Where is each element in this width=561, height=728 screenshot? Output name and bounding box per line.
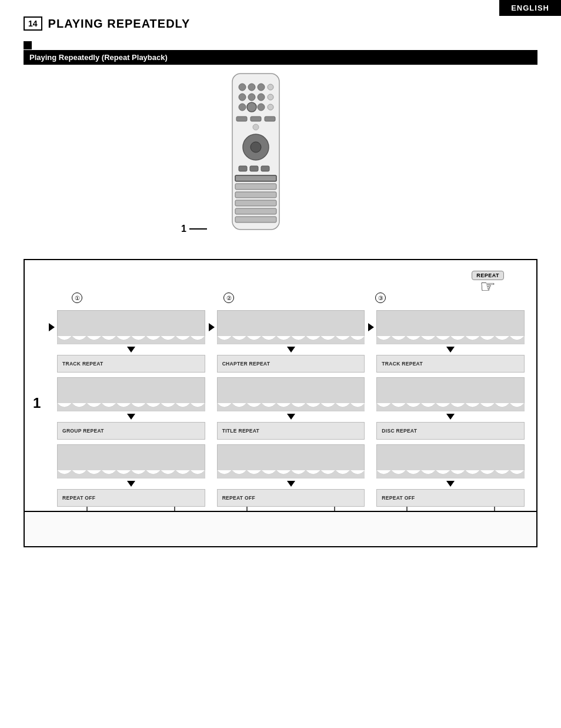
svg-point-5 <box>239 94 246 101</box>
col2-wave3 <box>217 444 365 478</box>
svg-point-8 <box>268 94 273 100</box>
svg-rect-19 <box>239 166 247 171</box>
col2-chapter-repeat: CHAPTER REPEAT <box>217 355 365 373</box>
repeat-button-area: REPEAT ☞ <box>472 271 504 295</box>
svg-point-7 <box>258 94 265 101</box>
columns-container: TRACK REPEAT GROUP REPEAT <box>57 310 525 528</box>
col2-repeat-off: REPEAT OFF <box>217 489 365 507</box>
diagram-notes-area <box>25 511 536 546</box>
svg-point-1 <box>239 84 246 91</box>
col2-title-repeat: TITLE REPEAT <box>217 422 365 440</box>
svg-rect-25 <box>235 200 276 206</box>
col2-wave1 <box>217 310 365 344</box>
page-header: 14 PLAYING REPEATEDLY <box>24 16 190 31</box>
col2-arrow-3 <box>287 481 295 487</box>
svg-rect-21 <box>261 166 269 171</box>
remote-leader-line <box>189 228 207 230</box>
remote-step-label: 1 <box>181 224 186 234</box>
col3-disc-repeat: DISC REPEAT <box>376 422 525 440</box>
page-number: 14 <box>24 16 42 31</box>
svg-rect-14 <box>251 117 261 121</box>
col1-wave2 <box>57 377 205 411</box>
page-title: PLAYING REPEATEDLY <box>48 17 191 31</box>
svg-point-10 <box>247 102 256 112</box>
col1-arrow <box>49 323 55 331</box>
column-3: TRACK REPEAT DISC REPEAT REPEAT OFF <box>376 310 525 528</box>
column-1: TRACK REPEAT GROUP REPEAT <box>57 310 205 528</box>
col2-arrow-2 <box>287 414 295 420</box>
svg-point-12 <box>268 104 273 110</box>
col3-arrow-2 <box>446 414 455 420</box>
col3-wave2 <box>376 377 525 411</box>
svg-point-18 <box>251 142 261 152</box>
svg-point-4 <box>268 84 273 90</box>
svg-point-2 <box>248 84 255 91</box>
col3-repeat-off: REPEAT OFF <box>376 489 525 507</box>
col3-arrow <box>368 323 374 331</box>
svg-point-3 <box>258 84 265 91</box>
col3-arrow-1 <box>446 347 455 353</box>
column-2: CHAPTER REPEAT TITLE REPEAT REPEAT OFF <box>217 310 365 528</box>
remote-svg <box>229 71 282 235</box>
col2-wave2 <box>217 377 365 411</box>
col2-arrow <box>209 323 215 331</box>
language-label: ENGLISH <box>499 0 561 16</box>
svg-point-11 <box>258 104 265 111</box>
svg-rect-27 <box>235 217 276 222</box>
col1-repeat-off: REPEAT OFF <box>57 489 205 507</box>
col1-arrow-3 <box>127 481 135 487</box>
col3-arrow-3 <box>446 481 455 487</box>
col1-group-repeat: GROUP REPEAT <box>57 422 205 440</box>
svg-rect-24 <box>235 192 276 198</box>
svg-rect-15 <box>265 117 275 121</box>
svg-point-9 <box>239 104 246 111</box>
svg-rect-20 <box>250 166 258 171</box>
col1-arrow-2 <box>127 414 135 420</box>
remote-control-image <box>209 71 303 247</box>
diagram-step-1: 1 <box>33 395 41 411</box>
svg-point-16 <box>253 124 259 130</box>
step-circle-3: ③ <box>375 292 386 303</box>
col3-wave3 <box>376 444 525 478</box>
col3-track-repeat: TRACK REPEAT <box>376 355 525 373</box>
svg-rect-23 <box>235 184 276 190</box>
step-circles-row: ① ② ③ <box>72 292 554 303</box>
col1-track-repeat: TRACK REPEAT <box>57 355 205 373</box>
svg-rect-26 <box>235 208 276 214</box>
col3-wave1 <box>376 310 525 344</box>
col2-arrow-1 <box>287 347 295 353</box>
col1-arrow-1 <box>127 347 135 353</box>
diagram-box: REPEAT ☞ 1 ① ② ③ TRACK REPEAT <box>24 259 537 547</box>
step-circle-2: ② <box>223 292 234 303</box>
svg-point-6 <box>248 94 255 101</box>
section-bar: Playing Repeatedly (Repeat Playback) <box>24 50 537 65</box>
svg-rect-22 <box>235 175 276 181</box>
col1-wave3 <box>57 444 205 478</box>
step-circle-1: ① <box>72 292 82 303</box>
bullet-square <box>24 41 32 49</box>
svg-rect-13 <box>236 117 247 121</box>
col1-wave1 <box>57 310 205 344</box>
